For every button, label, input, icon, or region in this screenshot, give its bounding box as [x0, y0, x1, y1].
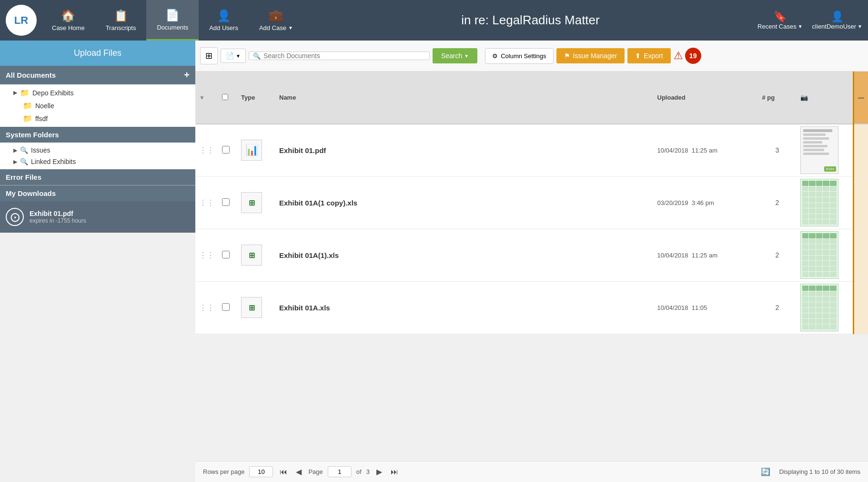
issue-manager-button[interactable]: ⚑ Issue Manager [556, 48, 625, 63]
nav-case-home[interactable]: 🏠 Case Home [41, 0, 95, 41]
row-check-cell [218, 124, 237, 176]
download-file-name: Exhibit 01.pdf [30, 210, 86, 217]
nav-add-case[interactable]: 💼 Add Case ▼ [249, 0, 303, 41]
home-icon: 🏠 [61, 9, 75, 22]
table-row: ⋮⋮⊞Exhibit 01A(1 copy).xls03/20/2019 3:4… [195, 176, 868, 229]
drag-handle-icon[interactable]: ⋮⋮ [199, 146, 214, 154]
row-checkbox[interactable] [222, 251, 230, 258]
file-name-cell: Exhibit 01A(1).xls [275, 229, 654, 281]
first-page-button[interactable]: ⏮ [278, 467, 289, 477]
bookmark-icon: 🔖 [774, 10, 787, 23]
prev-page-button[interactable]: ◀ [294, 466, 303, 477]
nav-documents[interactable]: 📄 Documents [146, 0, 199, 41]
recent-cases-btn[interactable]: 🔖 Recent Cases ▼ [757, 10, 803, 30]
file-name-text[interactable]: Exhibit 01A.xls [279, 304, 330, 312]
tree-item-ffsdf[interactable]: 📁 ffsdf [0, 112, 195, 125]
folder-icon-noelle: 📁 [23, 101, 32, 110]
green-tag: EXH [824, 166, 836, 172]
main-content: ⊞ 📄 ▼ 🔍 Search ▼ ⚙ Column Settings ⚑ Iss… [195, 41, 868, 482]
column-settings-button[interactable]: ⚙ Column Settings [485, 48, 553, 64]
file-name-text[interactable]: Exhibit 01A(1).xls [279, 251, 339, 259]
nav-transcripts[interactable]: 📋 Transcripts [95, 0, 147, 41]
drag-handle-icon[interactable]: ⋮⋮ [199, 199, 214, 207]
user-menu-btn[interactable]: 👤 clientDemoUser ▼ [812, 10, 862, 30]
uploaded-date-cell: 10/04/2018 11:25 am [654, 229, 758, 281]
uploaded-date-text: 10/04/2018 11:25 am [657, 252, 718, 259]
refresh-icon[interactable]: 🔄 [761, 467, 770, 476]
page-number-input[interactable] [328, 466, 352, 477]
search-button[interactable]: Search ▼ [433, 48, 477, 63]
alert-container: ⚠ 19 [674, 48, 701, 64]
alert-warning-icon: ⚠ [674, 50, 683, 62]
pages-cell: 3 [758, 124, 797, 176]
drag-handle-icon[interactable]: ⋮⋮ [199, 304, 214, 312]
filter-arrow-icon: ▼ [199, 94, 205, 101]
error-files-header[interactable]: Error Files [0, 169, 195, 185]
add-folder-icon[interactable]: + [184, 70, 190, 81]
my-downloads-header[interactable]: My Downloads [0, 185, 195, 201]
table-header-row: ▼ Type Name Uploaded # pg 📷 — [195, 72, 868, 124]
extra-cell [854, 124, 868, 176]
alert-badge[interactable]: 19 [685, 48, 701, 64]
pages-count-text: 2 [776, 199, 779, 206]
next-page-button[interactable]: ▶ [374, 466, 384, 477]
row-check-cell [218, 281, 237, 334]
pdf-thumbnail: EXH [800, 126, 838, 174]
nav-add-users[interactable]: 👤 Add Users [199, 0, 249, 41]
view-toggle-button[interactable]: ⊞ [200, 47, 218, 64]
upload-files-button[interactable]: Upload Files [0, 41, 195, 66]
issue-manager-icon: ⚑ [564, 52, 570, 60]
file-name-text[interactable]: Exhibit 01A(1 copy).xls [279, 199, 357, 207]
system-folder-icon-linked: 🔍 [20, 158, 28, 165]
drag-handle-cell: ⋮⋮ [195, 229, 218, 281]
documents-icon: 📄 [165, 9, 180, 22]
tree-item-issues[interactable]: ▶ 🔍 Issues [0, 144, 195, 156]
user-icon: 👤 [831, 10, 844, 23]
export-button[interactable]: ⬆ Export [627, 48, 670, 63]
file-name-cell: Exhibit 01.pdf [275, 124, 654, 176]
arrow-right-linked-icon: ▶ [13, 159, 17, 165]
xls-icon: ⊞ [241, 245, 262, 266]
active-download-item[interactable]: ⊙ Exhibit 01.pdf expires in -1755 hours [0, 201, 195, 233]
xls-thumbnail [800, 284, 838, 331]
thumbnail-cell: EXH [797, 124, 854, 176]
tree-item-linked-exhibits[interactable]: ▶ 🔍 Linked Exhibits [0, 156, 195, 167]
pagination-bar: Rows per page ⏮ ◀ Page of 3 ▶ ⏭ 🔄 Displa… [195, 461, 868, 482]
file-name-text[interactable]: Exhibit 01.pdf [279, 146, 326, 154]
drag-handle-cell: ⋮⋮ [195, 176, 218, 229]
sidebar: Upload Files All Documents + ▶ 📁 Depo Ex… [0, 41, 195, 482]
folder-icon: 📁 [20, 88, 30, 97]
thumbnail-cell [797, 281, 854, 334]
export-label: Export [644, 52, 663, 60]
logo[interactable]: LR [6, 5, 37, 36]
display-info-label: Displaying 1 to 10 of 30 items [779, 468, 860, 475]
row-checkbox[interactable] [222, 303, 230, 311]
add-case-icon: 💼 [269, 9, 283, 22]
tree-item-depo-exhibits[interactable]: ▶ 📁 Depo Exhibits [0, 86, 195, 99]
drag-handle-cell: ⋮⋮ [195, 124, 218, 176]
folder-icon-ffsdf: 📁 [23, 114, 32, 123]
table-row: ⋮⋮⊞Exhibit 01A.xls10/04/2018 11:052 [195, 281, 868, 334]
select-all-checkbox[interactable] [222, 94, 228, 100]
pages-cell: 2 [758, 229, 797, 281]
file-type-cell: ⊞ [237, 281, 275, 334]
uploaded-date-text: 10/04/2018 11:25 am [657, 147, 718, 154]
transcripts-icon: 📋 [114, 9, 128, 22]
search-input[interactable] [263, 52, 425, 60]
pages-cell: 2 [758, 281, 797, 334]
last-page-button[interactable]: ⏭ [389, 467, 400, 477]
tree-item-noelle[interactable]: 📁 Noelle [0, 99, 195, 112]
page-label: Page [308, 468, 323, 475]
filter-button[interactable]: 📄 ▼ [221, 49, 246, 63]
file-name-cell: Exhibit 01A(1 copy).xls [275, 176, 654, 229]
row-checkbox[interactable] [222, 198, 230, 206]
file-type-cell: ⊞ [237, 229, 275, 281]
nav-add-case-label: Add Case ▼ [259, 24, 293, 31]
uploaded-date-cell: 03/20/2019 3:46 pm [654, 176, 758, 229]
rows-per-page-input[interactable] [249, 466, 273, 477]
thumbnail-cell [797, 176, 854, 229]
row-checkbox[interactable] [222, 146, 230, 154]
drag-handle-icon[interactable]: ⋮⋮ [199, 251, 214, 259]
tree-linked-exhibits-label: Linked Exhibits [31, 158, 76, 165]
download-expires: expires in -1755 hours [30, 217, 86, 224]
